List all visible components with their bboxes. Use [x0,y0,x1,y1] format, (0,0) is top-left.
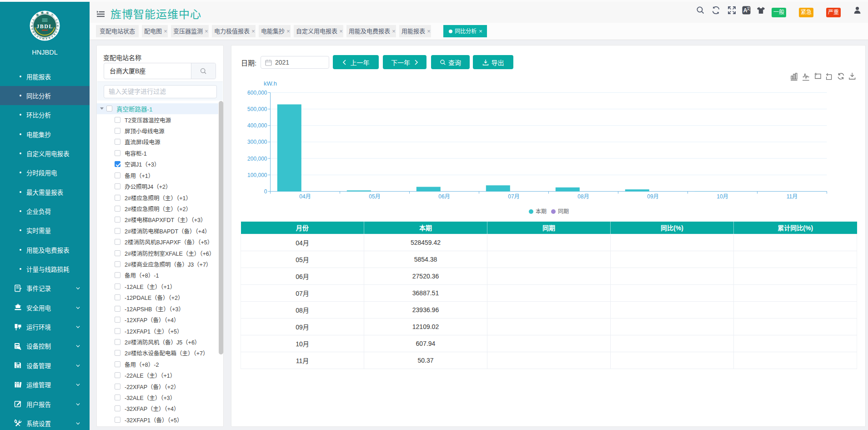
svg-text:kW.h: kW.h [264,80,277,87]
svg-text:600,000: 600,000 [247,90,267,96]
svg-text:05月: 05月 [369,193,380,200]
svg-text:N: N [30,25,33,27]
svg-text:09月: 09月 [647,193,658,200]
svg-text:200,000: 200,000 [247,156,267,162]
svg-text:04月: 04月 [299,193,311,200]
svg-text:11月: 11月 [787,193,798,200]
svg-text:100,000: 100,000 [247,172,267,178]
svg-text:0: 0 [264,188,267,195]
svg-text:E: E [56,25,59,27]
svg-text:10月: 10月 [717,193,728,200]
svg-text:06月: 06月 [438,193,450,200]
svg-text:400,000: 400,000 [247,122,267,129]
svg-text:07月: 07月 [508,193,519,200]
svg-text:08月: 08月 [577,193,589,200]
svg-text:500,000: 500,000 [247,106,267,112]
svg-text:300,000: 300,000 [247,139,267,145]
svg-text:文: 文 [747,6,750,11]
svg-text:JBDL: JBDL [36,23,53,30]
